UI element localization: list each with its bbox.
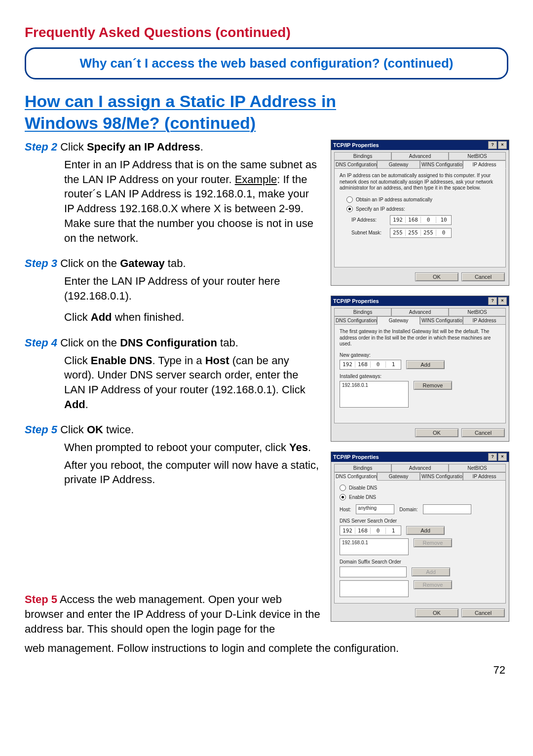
step-5-outer-cont: web management. Follow instructions to l…	[25, 641, 508, 656]
tab-ipaddress[interactable]: IP Address	[463, 160, 506, 169]
add-button[interactable]: Add	[406, 360, 445, 369]
tab-advanced[interactable]: Advanced	[391, 308, 449, 316]
page-number: 72	[494, 664, 505, 677]
tab-wins[interactable]: WINS Configuration	[420, 160, 463, 169]
ip-address-label: IP Address:	[351, 217, 386, 223]
radio-enable-dns[interactable]	[340, 494, 346, 500]
radio-obtain-auto[interactable]	[346, 196, 353, 203]
banner-text: Why can´t I access the web based configu…	[80, 56, 454, 71]
tab-bindings[interactable]: Bindings	[334, 308, 391, 316]
step-3-body-a: Enter the LAN IP Address of your router …	[64, 274, 322, 303]
subnet-mask-input[interactable]: 2552552550	[390, 228, 452, 238]
step-2-body: Enter in an IP Address that is on the sa…	[64, 157, 322, 245]
help-button[interactable]: ?	[488, 141, 497, 149]
step-2: Step 2 Click Specify an IP Address. Ente…	[25, 140, 322, 245]
domain-input[interactable]	[423, 504, 471, 514]
step-5-inner-body-b: After you reboot, the computer will now …	[64, 458, 322, 487]
host-label: Host:	[340, 507, 351, 512]
radio-specify-ip[interactable]	[346, 206, 353, 212]
dialog-titlebar: TCP/IP Properties ? ×	[331, 140, 509, 150]
dialog-title-text: TCP/IP Properties	[333, 454, 379, 460]
close-button[interactable]: ×	[498, 297, 507, 305]
step-3-label: Step 3	[25, 257, 57, 269]
dialog-desc: An IP address can be automatically assig…	[340, 173, 500, 191]
host-input[interactable]: anything	[356, 504, 394, 514]
ok-button[interactable]: OK	[415, 608, 458, 617]
help-button[interactable]: ?	[488, 297, 497, 305]
step-4-label: Step 4	[25, 337, 57, 349]
howto-line1: How can I assign a Static IP Address in	[25, 92, 336, 111]
subnet-mask-label: Subnet Mask:	[351, 230, 386, 235]
radio-specify-ip-label: Specify an IP address:	[356, 206, 405, 212]
tab-wins[interactable]: WINS Configuration	[420, 316, 463, 325]
ok-button[interactable]: OK	[415, 428, 458, 437]
step-3: Step 3 Click on the Gateway tab. Enter t…	[25, 256, 322, 325]
tab-wins[interactable]: WINS Configuration	[420, 472, 463, 481]
dns-search-input[interactable]: 19216801	[340, 526, 401, 535]
tab-bindings[interactable]: Bindings	[334, 464, 391, 472]
dialog-desc: The first gateway in the Installed Gatew…	[340, 329, 500, 347]
radio-obtain-auto-label: Obtain an IP address automatically	[356, 197, 432, 202]
step-3-body-b: Click Add when finished.	[64, 310, 322, 325]
cancel-button[interactable]: Cancel	[461, 608, 505, 617]
remove-button-disabled[interactable]: Remove	[414, 580, 452, 589]
add-button[interactable]: Add	[406, 526, 445, 535]
tab-dns[interactable]: DNS Configuration	[334, 472, 377, 481]
tab-netbios[interactable]: NetBIOS	[449, 308, 506, 316]
howto-line2: Windows 98/Me? (continued)	[25, 113, 256, 132]
domain-suffix-label: Domain Suffix Search Order	[340, 559, 500, 565]
remove-button[interactable]: Remove	[414, 381, 452, 390]
dialogs-column: TCP/IP Properties ? × Bindings Advanced …	[331, 140, 508, 632]
tab-gateway[interactable]: Gateway	[377, 316, 420, 325]
installed-gateways-label: Installed gateways:	[340, 374, 500, 379]
step-5-inner-body-a: When prompted to reboot your computer, c…	[64, 440, 322, 455]
domain-suffix-input[interactable]	[340, 567, 407, 577]
step-4-body: Click Enable DNS. Type in a Host (can be…	[64, 353, 322, 412]
tab-netbios[interactable]: NetBIOS	[449, 464, 506, 472]
tab-bindings[interactable]: Bindings	[334, 152, 391, 160]
radio-disable-dns-label: Disable DNS	[349, 485, 377, 491]
add-button-disabled[interactable]: Add	[412, 567, 450, 576]
tcpip-dialog-gateway: TCP/IP Properties ? × Bindings Advanced …	[331, 296, 509, 442]
new-gateway-input[interactable]: 19216801	[340, 360, 401, 370]
tcpip-dialog-ipaddress: TCP/IP Properties ? × Bindings Advanced …	[331, 140, 509, 286]
step-5-inner: Step 5 Click OK twice. When prompted to …	[25, 422, 322, 487]
cancel-button[interactable]: Cancel	[461, 428, 505, 437]
radio-disable-dns[interactable]	[340, 485, 346, 491]
dns-search-order-label: DNS Server Search Order	[340, 518, 500, 524]
radio-enable-dns-label: Enable DNS	[349, 494, 376, 500]
cancel-button[interactable]: Cancel	[461, 272, 505, 281]
tab-ipaddress[interactable]: IP Address	[463, 472, 506, 481]
step-5-outer-label: Step 5	[25, 593, 57, 605]
installed-gateways-list[interactable]: 192.168.0.1	[340, 381, 409, 408]
tab-gateway[interactable]: Gateway	[377, 472, 420, 481]
step-2-label: Step 2	[25, 141, 57, 153]
help-button[interactable]: ?	[488, 453, 497, 461]
tcpip-dialog-dns: TCP/IP Properties ? × Bindings Advanced …	[331, 452, 509, 622]
tab-advanced[interactable]: Advanced	[391, 152, 449, 160]
dialog-title-text: TCP/IP Properties	[333, 142, 379, 148]
banner-box: Why can´t I access the web based configu…	[25, 47, 508, 79]
domain-label: Domain:	[399, 507, 418, 512]
dialog-titlebar: TCP/IP Properties ? ×	[331, 296, 509, 306]
remove-button[interactable]: Remove	[414, 538, 452, 547]
close-button[interactable]: ×	[498, 141, 507, 149]
tab-gateway[interactable]: Gateway	[377, 160, 420, 169]
domain-suffix-list[interactable]	[340, 580, 409, 597]
tab-dns[interactable]: DNS Configuration	[334, 160, 377, 169]
instructions-column: Step 2 Click Specify an IP Address. Ente…	[25, 140, 322, 632]
howto-title: How can I assign a Static IP Address in …	[25, 90, 508, 134]
dialog-titlebar: TCP/IP Properties ? ×	[331, 452, 509, 462]
dialog-title-text: TCP/IP Properties	[333, 298, 379, 304]
step-5-inner-label: Step 5	[25, 423, 57, 436]
tab-netbios[interactable]: NetBIOS	[449, 152, 506, 160]
tab-dns[interactable]: DNS Configuration	[334, 316, 377, 325]
close-button[interactable]: ×	[498, 453, 507, 461]
faq-title: Frequently Asked Questions (continued)	[25, 25, 508, 40]
new-gateway-label: New gateway:	[340, 352, 500, 358]
dns-search-list[interactable]: 192.168.0.1	[340, 538, 409, 555]
tab-advanced[interactable]: Advanced	[391, 464, 449, 472]
ip-address-input[interactable]: 192168010	[390, 215, 452, 225]
tab-ipaddress[interactable]: IP Address	[463, 316, 506, 325]
ok-button[interactable]: OK	[415, 272, 458, 281]
